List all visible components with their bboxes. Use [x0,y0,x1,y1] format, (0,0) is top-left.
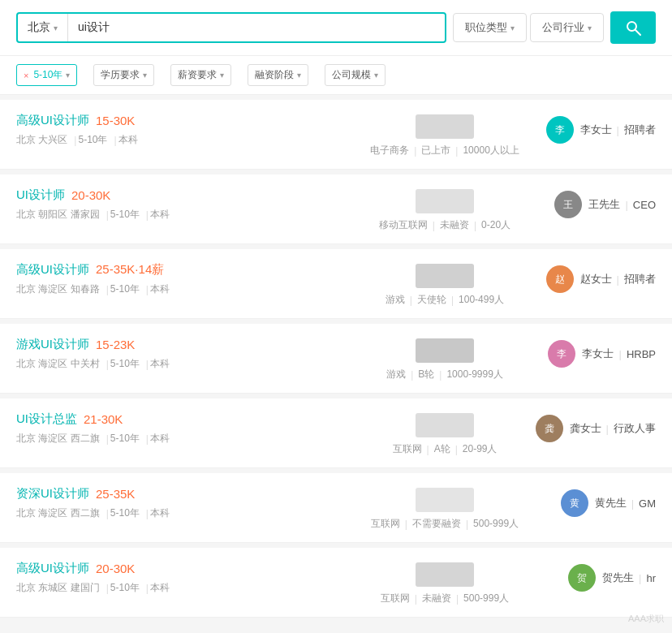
company-logo[interactable] [416,413,474,437]
recruiter-role: 招聘者 [624,123,656,137]
job-salary: 21-30K [84,412,123,426]
job-education: 本科 [150,506,170,520]
job-location: 北京 大兴区 [16,133,67,147]
company-logo[interactable] [416,189,474,213]
company-industry: 游戏 [386,368,406,381]
recruiter-name: 龚女士 [570,421,601,436]
search-input-wrapper: 北京 ▾ [16,12,446,43]
separator: | [106,583,109,594]
separator: | [106,209,109,221]
remove-experience-icon[interactable]: × [24,71,28,80]
recruiter-info: 黄先生 | GM [595,496,656,510]
job-left: 游戏UI设计师 15-23K 北京 海淀区 中关村 | 5-10年 | 本科 [16,337,364,371]
recruiter-name: 黄先生 [595,496,627,510]
job-left: 高级UI设计师 25-35K·14薪 北京 海淀区 知春路 | 5-10年 | … [16,262,364,296]
location-select[interactable]: 北京 ▾ [18,14,68,41]
job-title-row: 高级UI设计师 15-30K [16,113,364,128]
company-scale: 20-99人 [463,442,498,456]
company-logo[interactable] [416,488,474,512]
job-title[interactable]: 高级UI设计师 [16,561,89,576]
recruiter-divider: | [618,348,621,360]
job-location: 北京 东城区 建国门 [16,581,100,595]
job-education: 本科 [150,357,170,371]
job-meta: 北京 大兴区 | 5-10年 | 本科 [16,133,364,147]
job-title[interactable]: 资深UI设计师 [16,486,89,502]
job-card: 高级UI设计师 15-30K 北京 大兴区 | 5-10年 | 本科 电子商务 … [0,100,672,170]
location-chevron-icon: ▾ [54,24,58,32]
company-tags: 互联网 | 未融资 | 500-999人 [364,592,526,605]
education-filter-label: 学历要求 [101,68,140,82]
job-salary: 20-30K [71,188,110,202]
company-industry: 互联网 [371,517,400,531]
separator: | [146,583,149,594]
job-recruiter: 王 王先生 | CEO [526,187,656,218]
job-title[interactable]: UI设计总监 [16,411,77,427]
recruiter-info: 龚女士 | 行政人事 [570,421,656,436]
job-title[interactable]: 高级UI设计师 [16,113,89,128]
job-title-row: 资深UI设计师 25-35K [16,486,364,502]
search-button[interactable] [610,11,656,44]
recruiter-name: 李女士 [582,347,614,361]
scale-filter-tag[interactable]: 公司规模 ▾ [325,64,386,86]
recruiter-divider: | [631,497,634,510]
separator: | [474,220,476,231]
job-type-chevron-icon: ▾ [510,24,515,32]
job-education: 本科 [150,432,170,446]
recruiter-name: 赵女士 [580,272,612,286]
job-type-filter[interactable]: 职位类型 ▾ [453,13,527,42]
recruiter-info: 李女士 | 招聘者 [580,123,656,137]
separator: | [427,444,429,455]
scale-filter-label: 公司规模 [332,68,371,82]
separator: | [146,284,149,295]
job-left: 高级UI设计师 15-30K 北京 大兴区 | 5-10年 | 本科 [16,113,364,147]
recruiter-divider: | [617,273,619,286]
job-salary: 15-23K [96,338,135,351]
separator: | [456,593,459,605]
separator: | [106,433,109,445]
job-recruiter: 龚 龚女士 | 行政人事 [526,411,656,442]
avatar-text: 黄 [570,497,579,510]
avatar-text: 龚 [545,422,554,436]
salary-chevron-icon: ▾ [220,71,224,80]
job-left: UI设计师 20-30K 北京 朝阳区 潘家园 | 5-10年 | 本科 [16,187,364,222]
separator: | [411,369,413,381]
job-title[interactable]: 游戏UI设计师 [16,337,89,352]
job-experience: 5-10年 [110,282,140,296]
job-title[interactable]: 高级UI设计师 [16,262,89,278]
company-funding: B轮 [418,368,434,381]
industry-filter[interactable]: 公司行业 ▾ [530,13,604,42]
company-industry: 互联网 [393,442,422,456]
job-company: 移动互联网 | 未融资 | 0-20人 [364,187,526,232]
job-recruiter: 赵 赵女士 | 招聘者 [526,262,656,293]
company-logo[interactable] [416,114,474,139]
company-tags: 游戏 | 天使轮 | 100-499人 [364,293,526,307]
salary-filter-tag[interactable]: 薪资要求 ▾ [170,64,231,86]
recruiter-avatar: 黄 [561,489,588,517]
avatar-text: 贺 [577,571,587,585]
company-logo[interactable] [416,562,474,587]
company-funding: 天使轮 [417,293,446,307]
job-title[interactable]: UI设计师 [16,187,65,203]
job-company: 互联网 | 未融资 | 500-999人 [364,561,526,605]
separator: | [455,145,458,157]
recruiter-avatar: 贺 [568,564,596,592]
recruiter-avatar: 王 [554,191,582,218]
company-logo[interactable] [416,338,474,363]
job-location: 北京 海淀区 中关村 [16,357,100,371]
company-funding: 已上市 [421,144,450,157]
job-meta: 北京 海淀区 中关村 | 5-10年 | 本科 [16,357,364,371]
industry-chevron-icon: ▾ [588,24,592,32]
keyword-input[interactable] [68,15,445,41]
education-filter-tag[interactable]: 学历要求 ▾ [93,64,154,86]
experience-filter-tag[interactable]: × 5-10年 ▾ [16,64,77,86]
company-logo[interactable] [416,264,474,288]
company-industry: 移动互联网 [379,218,428,232]
funding-chevron-icon: ▾ [297,71,301,80]
job-title-row: 高级UI设计师 20-30K [16,561,364,576]
company-tags: 游戏 | B轮 | 1000-9999人 [364,368,526,381]
separator: | [146,359,149,370]
funding-filter-tag[interactable]: 融资阶段 ▾ [248,64,308,86]
svg-line-1 [635,30,640,35]
job-experience: 5-10年 [110,357,140,371]
company-industry: 游戏 [386,293,405,307]
